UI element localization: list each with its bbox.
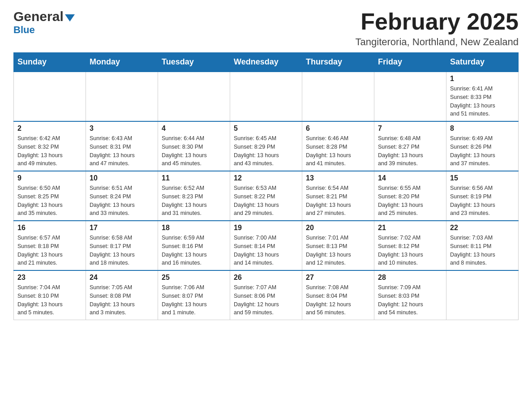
logo-triangle-icon — [65, 14, 75, 21]
logo: General Blue — [13, 9, 75, 36]
table-row: 12Sunrise: 6:53 AMSunset: 8:22 PMDayligh… — [230, 171, 302, 221]
header-tuesday: Tuesday — [158, 53, 230, 72]
day-number: 9 — [17, 174, 82, 182]
day-number: 27 — [306, 274, 370, 282]
logo-general-text: General — [13, 9, 64, 24]
day-number: 17 — [90, 224, 154, 232]
table-row: 17Sunrise: 6:58 AMSunset: 8:17 PMDayligh… — [86, 221, 158, 270]
day-number: 23 — [17, 274, 82, 282]
day-number: 19 — [234, 224, 298, 232]
table-row: 8Sunrise: 6:49 AMSunset: 8:26 PMDaylight… — [446, 121, 519, 171]
day-info: Sunrise: 6:44 AMSunset: 8:30 PMDaylight:… — [162, 134, 226, 168]
table-row: 2Sunrise: 6:42 AMSunset: 8:32 PMDaylight… — [14, 121, 86, 171]
day-info: Sunrise: 6:56 AMSunset: 8:19 PMDaylight:… — [450, 184, 515, 218]
day-info: Sunrise: 7:07 AMSunset: 8:06 PMDaylight:… — [234, 283, 298, 317]
day-info: Sunrise: 7:02 AMSunset: 8:12 PMDaylight:… — [378, 234, 442, 267]
table-row — [446, 270, 519, 320]
weekday-header-row: Sunday Monday Tuesday Wednesday Thursday… — [14, 53, 519, 72]
day-number: 25 — [162, 274, 226, 282]
table-row: 4Sunrise: 6:44 AMSunset: 8:30 PMDaylight… — [158, 121, 230, 171]
table-row — [230, 72, 302, 121]
logo-blue-text: Blue — [13, 24, 35, 36]
day-number: 10 — [90, 174, 154, 182]
calendar-week-row: 23Sunrise: 7:04 AMSunset: 8:10 PMDayligh… — [14, 270, 519, 320]
header-sunday: Sunday — [14, 53, 86, 72]
calendar-week-row: 9Sunrise: 6:50 AMSunset: 8:25 PMDaylight… — [14, 171, 519, 221]
table-row: 14Sunrise: 6:55 AMSunset: 8:20 PMDayligh… — [374, 171, 446, 221]
table-row: 6Sunrise: 6:46 AMSunset: 8:28 PMDaylight… — [302, 121, 374, 171]
day-info: Sunrise: 6:41 AMSunset: 8:33 PMDaylight:… — [450, 85, 515, 118]
table-row: 24Sunrise: 7:05 AMSunset: 8:08 PMDayligh… — [86, 270, 158, 320]
table-row — [86, 72, 158, 121]
day-number: 28 — [378, 274, 442, 282]
table-row: 5Sunrise: 6:45 AMSunset: 8:29 PMDaylight… — [230, 121, 302, 171]
table-row — [14, 72, 86, 121]
table-row: 3Sunrise: 6:43 AMSunset: 8:31 PMDaylight… — [86, 121, 158, 171]
header-saturday: Saturday — [446, 53, 519, 72]
table-row: 28Sunrise: 7:09 AMSunset: 8:03 PMDayligh… — [374, 270, 446, 320]
day-info: Sunrise: 7:01 AMSunset: 8:13 PMDaylight:… — [306, 234, 370, 267]
header-monday: Monday — [86, 53, 158, 72]
table-row: 19Sunrise: 7:00 AMSunset: 8:14 PMDayligh… — [230, 221, 302, 270]
table-row: 15Sunrise: 6:56 AMSunset: 8:19 PMDayligh… — [446, 171, 519, 221]
day-info: Sunrise: 6:46 AMSunset: 8:28 PMDaylight:… — [306, 134, 370, 168]
day-info: Sunrise: 6:48 AMSunset: 8:27 PMDaylight:… — [378, 134, 442, 168]
calendar-week-row: 1Sunrise: 6:41 AMSunset: 8:33 PMDaylight… — [14, 72, 519, 121]
day-number: 2 — [17, 124, 82, 133]
table-row: 9Sunrise: 6:50 AMSunset: 8:25 PMDaylight… — [14, 171, 86, 221]
table-row: 20Sunrise: 7:01 AMSunset: 8:13 PMDayligh… — [302, 221, 374, 270]
calendar-week-row: 2Sunrise: 6:42 AMSunset: 8:32 PMDaylight… — [14, 121, 519, 171]
table-row: 1Sunrise: 6:41 AMSunset: 8:33 PMDaylight… — [446, 72, 519, 121]
day-info: Sunrise: 6:42 AMSunset: 8:32 PMDaylight:… — [17, 134, 82, 168]
header-friday: Friday — [374, 53, 446, 72]
month-title: February 2025 — [356, 9, 519, 34]
day-number: 1 — [450, 75, 515, 83]
day-info: Sunrise: 6:59 AMSunset: 8:16 PMDaylight:… — [162, 234, 226, 267]
day-info: Sunrise: 6:54 AMSunset: 8:21 PMDaylight:… — [306, 184, 370, 218]
day-info: Sunrise: 6:49 AMSunset: 8:26 PMDaylight:… — [450, 134, 515, 168]
table-row — [302, 72, 374, 121]
table-row: 21Sunrise: 7:02 AMSunset: 8:12 PMDayligh… — [374, 221, 446, 270]
table-row: 7Sunrise: 6:48 AMSunset: 8:27 PMDaylight… — [374, 121, 446, 171]
day-info: Sunrise: 7:04 AMSunset: 8:10 PMDaylight:… — [17, 283, 82, 317]
day-info: Sunrise: 6:52 AMSunset: 8:23 PMDaylight:… — [162, 184, 226, 218]
table-row: 23Sunrise: 7:04 AMSunset: 8:10 PMDayligh… — [14, 270, 86, 320]
day-number: 3 — [90, 124, 154, 133]
day-info: Sunrise: 6:50 AMSunset: 8:25 PMDaylight:… — [17, 184, 82, 218]
day-number: 4 — [162, 124, 226, 133]
day-info: Sunrise: 7:03 AMSunset: 8:11 PMDaylight:… — [450, 234, 515, 267]
day-number: 12 — [234, 174, 298, 182]
day-info: Sunrise: 7:06 AMSunset: 8:07 PMDaylight:… — [162, 283, 226, 317]
table-row: 25Sunrise: 7:06 AMSunset: 8:07 PMDayligh… — [158, 270, 230, 320]
day-number: 24 — [90, 274, 154, 282]
day-number: 26 — [234, 274, 298, 282]
day-info: Sunrise: 7:08 AMSunset: 8:04 PMDaylight:… — [306, 283, 370, 317]
day-info: Sunrise: 6:55 AMSunset: 8:20 PMDaylight:… — [378, 184, 442, 218]
day-number: 5 — [234, 124, 298, 133]
day-info: Sunrise: 6:53 AMSunset: 8:22 PMDaylight:… — [234, 184, 298, 218]
day-info: Sunrise: 7:00 AMSunset: 8:14 PMDaylight:… — [234, 234, 298, 267]
location-subtitle: Tangiteroria, Northland, New Zealand — [356, 36, 519, 48]
day-number: 16 — [17, 224, 82, 232]
table-row — [158, 72, 230, 121]
page-header: General Blue February 2025 Tangiteroria,… — [13, 9, 519, 48]
table-row: 10Sunrise: 6:51 AMSunset: 8:24 PMDayligh… — [86, 171, 158, 221]
table-row: 11Sunrise: 6:52 AMSunset: 8:23 PMDayligh… — [158, 171, 230, 221]
day-number: 18 — [162, 224, 226, 232]
day-info: Sunrise: 6:45 AMSunset: 8:29 PMDaylight:… — [234, 134, 298, 168]
day-number: 6 — [306, 124, 370, 133]
day-info: Sunrise: 7:09 AMSunset: 8:03 PMDaylight:… — [378, 283, 442, 317]
title-area: February 2025 Tangiteroria, Northland, N… — [356, 9, 519, 48]
day-number: 7 — [378, 124, 442, 133]
header-thursday: Thursday — [302, 53, 374, 72]
day-info: Sunrise: 7:05 AMSunset: 8:08 PMDaylight:… — [90, 283, 154, 317]
table-row: 26Sunrise: 7:07 AMSunset: 8:06 PMDayligh… — [230, 270, 302, 320]
day-info: Sunrise: 6:57 AMSunset: 8:18 PMDaylight:… — [17, 234, 82, 267]
day-number: 15 — [450, 174, 515, 182]
day-number: 8 — [450, 124, 515, 133]
day-number: 11 — [162, 174, 226, 182]
table-row: 16Sunrise: 6:57 AMSunset: 8:18 PMDayligh… — [14, 221, 86, 270]
table-row — [374, 72, 446, 121]
table-row: 27Sunrise: 7:08 AMSunset: 8:04 PMDayligh… — [302, 270, 374, 320]
calendar-table: Sunday Monday Tuesday Wednesday Thursday… — [13, 52, 519, 320]
